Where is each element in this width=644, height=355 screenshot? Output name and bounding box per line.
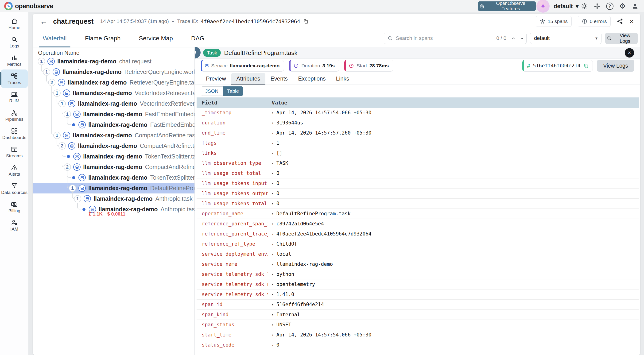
sidebar-item-metrics[interactable]: Metrics	[1, 51, 28, 70]
panel-resize-handle[interactable]	[194, 47, 200, 58]
tab-dag[interactable]: DAG	[188, 29, 208, 47]
openobserve-features-button[interactable]: OpenObserve Features	[478, 2, 536, 11]
sidebar-item-traces[interactable]: Traces	[1, 70, 28, 88]
back-arrow-icon[interactable]: ←	[38, 17, 49, 26]
detail-tab-exceptions[interactable]: Exceptions	[293, 73, 331, 84]
org-selector[interactable]: default ▾	[554, 0, 579, 12]
settings-gear-icon[interactable]: ⚙	[619, 2, 626, 10]
expand-caret-icon[interactable]: ▾	[272, 131, 274, 135]
share-icon[interactable]	[617, 18, 623, 25]
span-children-count-badge[interactable]: 1	[43, 68, 50, 76]
sidebar-item-logs[interactable]: Logs	[1, 33, 28, 51]
span-tree-row[interactable]: 1llamaindex-rag-demoAnthropic.task	[33, 194, 194, 204]
expand-caret-icon[interactable]: ▾	[272, 152, 274, 155]
spans-count-badge[interactable]: 15 spans	[536, 16, 572, 27]
account-icon[interactable]	[631, 2, 639, 10]
tab-flame-graph[interactable]: Flame Graph	[81, 29, 124, 47]
view-logs-button-top[interactable]: View Logs	[605, 33, 638, 44]
span-children-count-badge[interactable]: 1	[53, 132, 60, 139]
expand-caret-icon[interactable]: ▾	[272, 293, 274, 296]
expand-caret-icon[interactable]: ▾	[272, 162, 274, 165]
expand-caret-icon[interactable]: ▾	[272, 121, 274, 125]
sidebar-item-dashboards[interactable]: Dashboards	[1, 124, 28, 143]
span-children-count-badge[interactable]: 2	[58, 142, 66, 150]
span-tree-row[interactable]: 1llamaindex-rag-demoDefaultRefineProgram…	[33, 183, 194, 194]
sidebar-item-home[interactable]: Home	[1, 14, 28, 33]
span-tree-row[interactable]: 2llamaindex-rag-demoCompactAndRefine.tas…	[33, 141, 194, 151]
span-tree-row[interactable]: llamaindex-rag-demoFastEmbedEmbedding...…	[33, 120, 194, 130]
openobserve-logo[interactable]: ∿ openobserve	[4, 2, 53, 10]
sidebar-item-data-sources[interactable]: Data sources	[1, 180, 28, 198]
sidebar-item-pipelines[interactable]: Pipelines	[1, 106, 28, 124]
sidebar-item-billing[interactable]: Billing	[1, 198, 28, 216]
chevron-down-icon[interactable]	[518, 36, 526, 41]
span-tree-row[interactable]: llamaindex-rag-demoAnthropic.taskΣ 1.1K$…	[33, 204, 194, 214]
clock-icon	[293, 63, 299, 68]
expand-caret-icon[interactable]: ▾	[272, 141, 274, 145]
view-logs-button-detail[interactable]: View Logs	[597, 60, 634, 72]
detail-tab-attributes[interactable]: Attributes	[231, 73, 265, 84]
expand-caret-icon[interactable]: ▾	[272, 323, 274, 326]
expand-caret-icon[interactable]: ▾	[272, 313, 274, 316]
expand-caret-icon[interactable]: ▾	[272, 333, 274, 337]
format-option-json[interactable]: JSON	[201, 86, 223, 96]
span-tree-row[interactable]: 1llamaindex-rag-demoVectorIndexRetriever…	[33, 98, 194, 109]
attribute-value-cell: ▾c89742a1d064e5e4	[268, 219, 639, 229]
service-icon	[48, 58, 55, 65]
expand-caret-icon[interactable]: ▾	[272, 343, 274, 347]
theme-toggle-icon[interactable]	[580, 2, 588, 10]
detail-tab-preview[interactable]: Preview	[201, 73, 231, 84]
expand-caret-icon[interactable]: ▾	[272, 222, 274, 226]
span-children-count-badge[interactable]: 1	[74, 195, 81, 202]
tab-service-map[interactable]: Service Map	[135, 29, 176, 47]
detail-tab-links[interactable]: Links	[331, 73, 354, 84]
span-tree-row[interactable]: llamaindex-rag-demoTokenTextSplitter.tas…	[33, 151, 194, 162]
chevron-up-icon[interactable]	[509, 36, 518, 41]
expand-caret-icon[interactable]: ▾	[272, 202, 274, 206]
expand-caret-icon[interactable]: ▾	[272, 111, 274, 114]
sidebar-item-rum[interactable]: RUM	[1, 88, 28, 106]
expand-caret-icon[interactable]: ▾	[272, 283, 274, 286]
expand-caret-icon[interactable]: ▾	[272, 232, 274, 236]
community-slack-icon[interactable]	[593, 2, 601, 10]
span-search-input[interactable]	[395, 35, 496, 42]
close-detail-icon[interactable]: ×	[625, 48, 634, 58]
ai-assistant-button[interactable]	[536, 0, 550, 13]
span-tree-row[interactable]: 2llamaindex-rag-demoRetrieverQueryEngine…	[33, 77, 194, 88]
errors-count-badge[interactable]: 0 errors	[578, 16, 611, 27]
errors-count-label: 0 errors	[590, 18, 607, 24]
span-children-count-badge[interactable]: 1	[38, 58, 45, 65]
span-tree-row[interactable]: 1llamaindex-rag-demoRetrieverQueryEngine…	[33, 67, 194, 77]
expand-caret-icon[interactable]: ▾	[272, 272, 274, 276]
expand-caret-icon[interactable]: ▾	[272, 262, 274, 266]
sidebar-item-iam[interactable]: IAM	[1, 216, 28, 234]
tab-waterfall[interactable]: Waterfall	[39, 29, 70, 47]
close-trace-icon[interactable]: ×	[630, 17, 634, 25]
copy-icon[interactable]	[303, 18, 308, 24]
span-children-count-badge[interactable]: 2	[64, 164, 71, 171]
stream-selector[interactable]: default ▾	[530, 33, 602, 44]
expand-caret-icon[interactable]: ▾	[272, 192, 274, 195]
expand-caret-icon[interactable]: ▾	[272, 212, 274, 216]
detail-tab-events[interactable]: Events	[266, 73, 293, 84]
expand-caret-icon[interactable]: ▾	[272, 303, 274, 306]
span-children-count-badge[interactable]: 1	[64, 110, 71, 118]
expand-caret-icon[interactable]: ▾	[272, 242, 274, 246]
help-icon[interactable]: ?	[606, 2, 614, 10]
copy-icon[interactable]	[583, 63, 589, 68]
span-children-count-badge[interactable]: 1	[69, 184, 76, 192]
expand-caret-icon[interactable]: ▾	[272, 252, 274, 256]
span-tree-row[interactable]: 1llamaindex-rag-demoFastEmbedEmbedding.t…	[33, 109, 194, 120]
span-tree-row[interactable]: 2llamaindex-rag-demoCompactAndRefine.tas…	[33, 162, 194, 172]
sidebar-item-streams[interactable]: Streams	[1, 143, 28, 161]
expand-caret-icon[interactable]: ▾	[272, 182, 274, 185]
span-tree-row[interactable]: 1llamaindex-rag-demochat.request	[33, 56, 194, 67]
span-children-count-badge[interactable]: 1	[53, 90, 60, 97]
span-children-count-badge[interactable]: 1	[58, 100, 66, 107]
format-option-table[interactable]: Table	[223, 86, 243, 96]
span-children-count-badge[interactable]: 2	[48, 79, 56, 86]
sidebar-item-alerts[interactable]: Alerts	[1, 161, 28, 180]
expand-caret-icon[interactable]: ▾	[272, 172, 274, 175]
span-tree-row[interactable]: llamaindex-rag-demoTokenTextSplitter.tas…	[33, 172, 194, 183]
service-name: llamaindex-rag-demo	[83, 111, 142, 118]
